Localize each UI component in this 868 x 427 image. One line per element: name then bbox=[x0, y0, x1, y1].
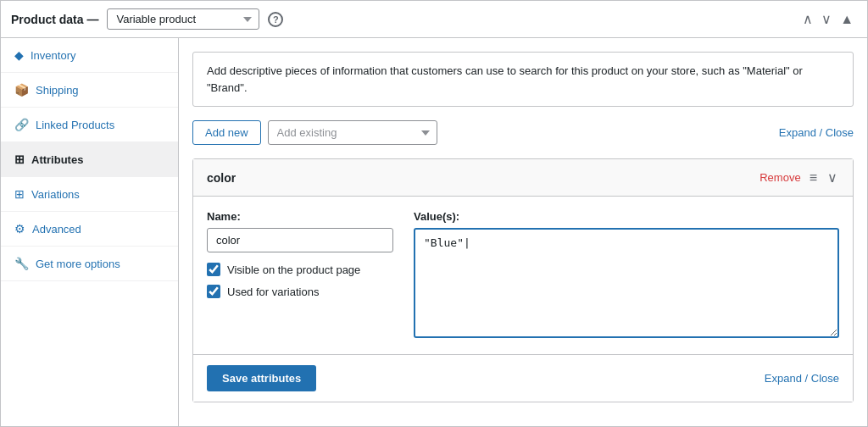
visible-checkbox-text: Visible on the product page bbox=[227, 263, 360, 276]
sidebar-item-label: Advanced bbox=[32, 223, 81, 236]
sidebar-item-attributes[interactable]: ⊞ Attributes bbox=[1, 142, 178, 177]
expand-close-top-link[interactable]: Expand / Close bbox=[779, 126, 854, 139]
visible-checkbox[interactable] bbox=[207, 263, 220, 276]
sidebar-item-label: Get more options bbox=[36, 258, 120, 270]
sidebar-item-linked-products[interactable]: 🔗 Linked Products bbox=[1, 108, 178, 142]
main-content: Add descriptive pieces of information th… bbox=[179, 38, 867, 426]
variations-checkbox-text: Used for variations bbox=[227, 286, 319, 298]
sidebar: ◆ Inventory 📦 Shipping 🔗 Linked Products… bbox=[1, 38, 179, 426]
variations-icon: ⊞ bbox=[14, 187, 25, 201]
attribute-right-column: Value(s): "Blue"| bbox=[414, 210, 839, 341]
variations-checkbox-label[interactable]: Used for variations bbox=[207, 285, 393, 298]
collapse-up-button[interactable]: ∧ bbox=[799, 9, 816, 30]
sidebar-item-label: Variations bbox=[31, 188, 80, 201]
attribute-collapse-button[interactable]: ∨ bbox=[826, 168, 839, 187]
attribute-values-textarea[interactable]: "Blue"| bbox=[414, 228, 839, 338]
attribute-name-input[interactable] bbox=[207, 228, 393, 252]
header-controls: ∧ ∨ ▲ bbox=[799, 9, 857, 30]
attribute-left-column: Name: Visible on the product page Used f… bbox=[207, 210, 393, 341]
attribute-name: color bbox=[207, 171, 236, 185]
help-icon[interactable]: ? bbox=[268, 12, 283, 27]
collapse-down-button[interactable]: ∨ bbox=[818, 9, 835, 30]
shipping-icon: 📦 bbox=[14, 83, 29, 97]
product-data-container: Product data — Variable product ? ∧ ∨ ▲ … bbox=[0, 0, 868, 427]
get-more-icon: 🔧 bbox=[14, 257, 29, 270]
info-box: Add descriptive pieces of information th… bbox=[192, 52, 854, 107]
action-bar: Add new Add existing Expand / Close bbox=[192, 120, 854, 145]
expand-button[interactable]: ▲ bbox=[837, 9, 857, 30]
variations-checkbox[interactable] bbox=[207, 285, 220, 298]
info-text: Add descriptive pieces of information th… bbox=[207, 64, 803, 94]
sidebar-item-label: Inventory bbox=[31, 49, 75, 62]
attribute-menu-button[interactable]: ≡ bbox=[808, 169, 819, 187]
product-data-title: Product data — bbox=[11, 13, 98, 26]
sidebar-item-get-more-options[interactable]: 🔧 Get more options bbox=[1, 247, 178, 281]
remove-attribute-link[interactable]: Remove bbox=[760, 171, 800, 184]
sidebar-item-label: Attributes bbox=[31, 153, 83, 166]
product-type-select[interactable]: Variable product bbox=[107, 8, 259, 30]
product-data-header: Product data — Variable product ? ∧ ∨ ▲ bbox=[1, 1, 867, 38]
advanced-icon: ⚙ bbox=[14, 222, 25, 236]
add-existing-select[interactable]: Add existing bbox=[268, 120, 437, 145]
save-attributes-button[interactable]: Save attributes bbox=[207, 365, 316, 391]
values-field-label: Value(s): bbox=[414, 210, 839, 223]
inventory-icon: ◆ bbox=[14, 48, 24, 62]
expand-close-bottom-link[interactable]: Expand / Close bbox=[765, 372, 839, 385]
product-data-body: ◆ Inventory 📦 Shipping 🔗 Linked Products… bbox=[1, 38, 867, 426]
attribute-header: color Remove ≡ ∨ bbox=[193, 159, 853, 197]
sidebar-item-inventory[interactable]: ◆ Inventory bbox=[1, 38, 178, 73]
attribute-body: Name: Visible on the product page Used f… bbox=[193, 197, 853, 354]
visible-checkbox-label[interactable]: Visible on the product page bbox=[207, 263, 393, 276]
sidebar-item-variations[interactable]: ⊞ Variations bbox=[1, 177, 178, 212]
sidebar-item-label: Linked Products bbox=[36, 119, 114, 131]
add-new-button[interactable]: Add new bbox=[192, 120, 261, 145]
link-icon: 🔗 bbox=[14, 118, 29, 131]
sidebar-item-label: Shipping bbox=[36, 84, 79, 97]
attribute-footer: Save attributes Expand / Close bbox=[193, 354, 853, 402]
attributes-icon: ⊞ bbox=[14, 152, 25, 166]
attribute-controls: Remove ≡ ∨ bbox=[760, 168, 839, 187]
attribute-block: color Remove ≡ ∨ Name: bbox=[192, 158, 854, 402]
sidebar-item-shipping[interactable]: 📦 Shipping bbox=[1, 73, 178, 108]
sidebar-item-advanced[interactable]: ⚙ Advanced bbox=[1, 212, 178, 247]
checkbox-group: Visible on the product page Used for var… bbox=[207, 263, 393, 298]
name-field-label: Name: bbox=[207, 210, 393, 223]
